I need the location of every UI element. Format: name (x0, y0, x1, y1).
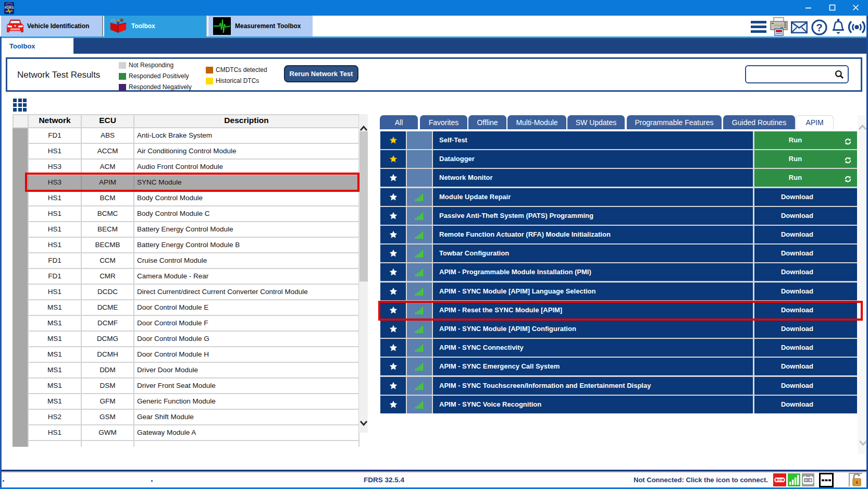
svg-text:FDRS: FDRS (5, 6, 14, 9)
svg-text:?: ? (816, 22, 822, 33)
